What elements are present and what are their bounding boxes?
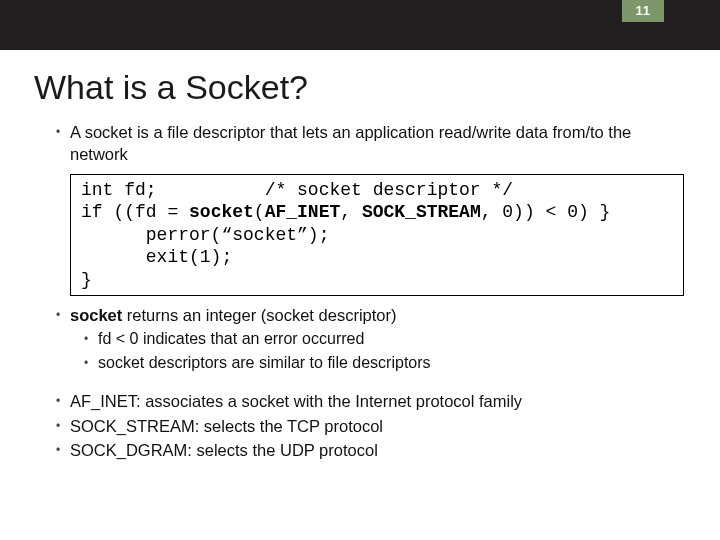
- bullet-dot-icon: •: [56, 439, 70, 461]
- bullet-returns-sub1: • fd < 0 indicates that an error occurre…: [84, 328, 684, 350]
- code-line-2a: if ((fd =: [81, 202, 189, 222]
- bullet-dot-icon: •: [56, 415, 70, 437]
- slide-title: What is a Socket?: [34, 68, 720, 107]
- top-bar: 11: [0, 0, 720, 50]
- socket-keyword: socket: [70, 306, 122, 324]
- code-af-inet: AF_INET: [265, 202, 341, 222]
- code-line-4: exit(1);: [81, 247, 232, 267]
- bullet-sock-stream: • SOCK_STREAM: selects the TCP protocol: [56, 415, 684, 437]
- sock-stream-text: SOCK_STREAM: selects the TCP protocol: [70, 415, 684, 437]
- returns-rest: returns an integer (socket descriptor): [122, 306, 396, 324]
- code-sock-stream: SOCK_STREAM: [362, 202, 481, 222]
- returns-sub1-text: fd < 0 indicates that an error occurred: [98, 328, 684, 350]
- bullet-intro-text: A socket is a file descriptor that lets …: [70, 121, 684, 166]
- code-line-2g: , 0)) < 0) }: [481, 202, 611, 222]
- bullet-dot-icon: •: [84, 352, 98, 374]
- code-line-3: perror(“socket”);: [81, 225, 329, 245]
- code-line-2e: ,: [340, 202, 362, 222]
- slide: 11 What is a Socket? • A socket is a fil…: [0, 0, 720, 540]
- spacer: [56, 376, 684, 390]
- page-number-badge: 11: [622, 0, 664, 22]
- bullet-intro: • A socket is a file descriptor that let…: [56, 121, 684, 166]
- bullet-dot-icon: •: [56, 390, 70, 412]
- code-line-2c: (: [254, 202, 265, 222]
- bullet-sock-dgram: • SOCK_DGRAM: selects the UDP protocol: [56, 439, 684, 461]
- af-inet-text: AF_INET: associates a socket with the In…: [70, 390, 684, 412]
- bullet-af-inet: • AF_INET: associates a socket with the …: [56, 390, 684, 412]
- returns-sub2-text: socket descriptors are similar to file d…: [98, 352, 684, 374]
- bullet-returns-sub2: • socket descriptors are similar to file…: [84, 352, 684, 374]
- bullet-dot-icon: •: [84, 328, 98, 350]
- bullet-returns-text: socket returns an integer (socket descri…: [70, 304, 684, 326]
- slide-body: • A socket is a file descriptor that let…: [0, 121, 720, 461]
- bullet-dot-icon: •: [56, 304, 70, 326]
- code-line-1: int fd; /* socket descriptor */: [81, 180, 513, 200]
- sock-dgram-text: SOCK_DGRAM: selects the UDP protocol: [70, 439, 684, 461]
- bullet-returns: • socket returns an integer (socket desc…: [56, 304, 684, 326]
- code-line-5: }: [81, 270, 92, 290]
- code-block: int fd; /* socket descriptor */ if ((fd …: [70, 174, 684, 297]
- code-socket-fn: socket: [189, 202, 254, 222]
- bullet-dot-icon: •: [56, 121, 70, 166]
